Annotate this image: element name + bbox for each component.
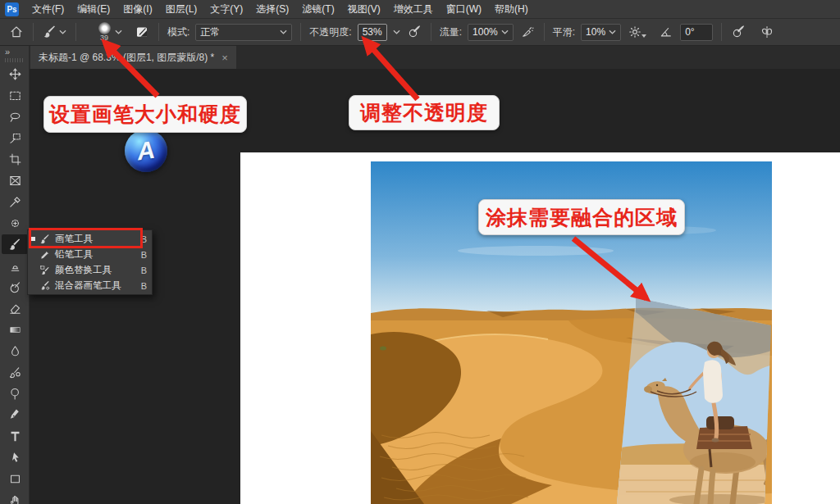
flyout-shortcut: B [141,281,147,291]
home-icon[interactable] [8,24,25,40]
flyout-item-color-replacement[interactable]: 颜色替换工具 B [28,262,152,278]
brush-tool-highlight-rectangle [29,228,143,248]
opacity-pressure-icon[interactable] [406,24,422,40]
path-selection-tool-icon[interactable] [2,447,28,467]
blur-tool-icon[interactable] [2,341,28,361]
toggle-brush-panel-icon[interactable] [134,24,150,40]
crop-tool-icon[interactable] [2,149,28,169]
mode-label: 模式: [167,25,189,39]
object-selection-tool-icon[interactable] [2,128,28,148]
photoshop-window: Ps 文件(F) 编辑(E) 图像(I) 图层(L) 文字(Y) 选择(S) 滤… [0,0,840,504]
spot-healing-brush-tool-icon[interactable] [2,213,28,233]
opacity-value: 53% [363,26,382,38]
history-brush-tool-icon[interactable] [2,277,28,297]
brush-preview-dot [98,22,111,34]
gradient-tool-icon[interactable] [2,320,28,339]
tool-bar: » [0,46,30,504]
annotation-smudge-area: 涂抹需要融合的区域 [478,199,685,235]
angle-value: 0° [685,26,694,38]
opacity-label: 不透明度: [309,25,351,39]
smoothing-input[interactable]: 10% [581,24,621,41]
rectangle-tool-icon[interactable] [2,469,28,488]
menu-view[interactable]: 视图(V) [341,2,387,16]
flyout-label: 混合器画笔工具 [55,279,137,292]
brush-tool-icon[interactable] [2,234,28,254]
brush-preset-icon[interactable] [42,24,67,40]
flow-label: 流量: [440,25,462,39]
dodge-tool-icon[interactable] [2,384,28,403]
hand-tool-icon[interactable] [2,490,28,504]
flyout-item-mixer-brush[interactable]: 混合器画笔工具 B [28,278,152,293]
symmetry-butterfly-icon[interactable] [759,24,775,40]
type-tool-icon[interactable] [2,426,28,446]
angle-icon [658,24,674,40]
pen-tool-icon[interactable] [2,405,28,425]
annotation-brush-settings: 设置画笔大小和硬度 [43,96,247,133]
eyedropper-tool-icon[interactable] [2,192,28,211]
flyout-shortcut: B [141,250,147,260]
menu-plugins[interactable]: 增效工具 [387,2,440,16]
airbrush-icon[interactable] [519,24,536,40]
menu-file[interactable]: 文件(F) [25,2,71,16]
watermark-logo: A [125,129,167,172]
mode-value: 正常 [200,25,220,39]
menu-window[interactable]: 窗口(W) [440,2,488,16]
menu-bar: Ps 文件(F) 编辑(E) 图像(I) 图层(L) 文字(Y) 选择(S) 滤… [0,0,840,19]
smoothing-label: 平滑: [553,25,575,39]
smoothing-gear-icon[interactable] [627,24,647,40]
menu-edit[interactable]: 编辑(E) [71,2,116,16]
move-tool-icon[interactable] [2,64,28,84]
flyout-label: 颜色替换工具 [55,264,137,276]
flow-input[interactable]: 100% [468,24,514,41]
menu-select[interactable]: 选择(S) [249,2,295,16]
smoothing-value: 10% [586,26,605,38]
menu-type[interactable]: 文字(Y) [203,2,249,16]
document-tab[interactable]: 未标题-1 @ 68.3% (图层1, 图层蒙版/8) * × [30,46,236,69]
angle-input[interactable]: 0° [680,24,713,41]
eraser-tool-icon[interactable] [2,298,28,318]
menu-filter[interactable]: 滤镜(T) [295,2,340,16]
opacity-input[interactable]: 53% [358,24,387,41]
smudge-tool-icon[interactable] [2,362,28,382]
flyout-label: 铅笔工具 [55,248,137,261]
menu-image[interactable]: 图像(I) [116,2,158,16]
flow-value: 100% [472,26,498,38]
mode-select[interactable]: 正常 [195,24,292,41]
brush-size-picker[interactable]: 39 [94,21,123,43]
document-tab-title: 未标题-1 @ 68.3% (图层1, 图层蒙版/8) * [39,51,214,65]
rectangular-marquee-tool-icon[interactable] [2,85,28,105]
ps-logo: Ps [5,2,19,16]
options-bar: 39 模式: 正常 不透明度: 53% 流量: 100% [0,19,840,46]
size-pressure-icon[interactable] [730,24,746,40]
tab-bar: 未标题-1 @ 68.3% (图层1, 图层蒙版/8) * × [30,46,840,69]
brush-size-value: 39 [100,34,108,42]
toolbar-collapse-icon[interactable]: » [5,47,11,57]
frame-tool-icon[interactable] [2,170,28,190]
lasso-tool-icon[interactable] [2,107,28,126]
opacity-dropdown-icon[interactable] [393,30,400,34]
tab-close-icon[interactable]: × [221,52,228,64]
menu-help[interactable]: 帮助(H) [488,2,535,16]
annotation-opacity: 调整不透明度 [349,95,500,130]
flyout-item-pencil[interactable]: 铅笔工具 B [28,247,152,262]
menu-layer[interactable]: 图层(L) [159,2,204,16]
flyout-shortcut: B [141,266,147,275]
clone-stamp-tool-icon[interactable] [2,256,28,275]
toolbar-grip[interactable] [5,58,23,62]
